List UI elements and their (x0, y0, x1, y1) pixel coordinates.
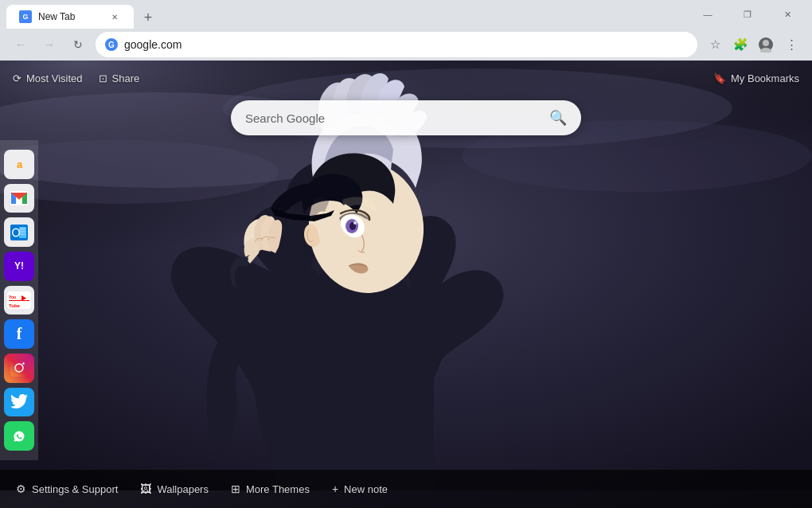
tab-strip: G New Tab ✕ + (6, 0, 689, 29)
extensions-button[interactable]: 🧩 (729, 33, 751, 56)
tab-close-button[interactable]: ✕ (108, 10, 121, 23)
more-options-button[interactable]: ⋮ (780, 33, 802, 56)
shortcuts-sidebar: a (0, 140, 38, 460)
restore-button[interactable]: ❐ (729, 0, 766, 29)
youtube-icon: You Tube (7, 291, 31, 309)
search-bar[interactable]: Search Google 🔍 (231, 100, 581, 135)
search-container: Search Google 🔍 (231, 100, 581, 135)
my-bookmarks-button[interactable]: 🔖 My Bookmarks (713, 72, 799, 84)
shortcut-instagram[interactable] (4, 354, 34, 383)
instagram-icon (10, 359, 28, 377)
new-tab-button[interactable]: + (137, 6, 159, 29)
svg-point-32 (22, 363, 24, 365)
twitter-icon (10, 394, 28, 410)
minimize-button[interactable]: — (689, 0, 726, 29)
window-controls: — ❐ ✕ (689, 0, 806, 29)
profile-icon (758, 37, 774, 53)
share-button[interactable]: ⊡ Share (99, 72, 140, 84)
newtab-topbar: ⟳ Most Visited ⊡ Share 🔖 My Bookmarks (0, 61, 812, 96)
svg-rect-22 (20, 233, 25, 235)
history-icon: ⟳ (13, 72, 21, 84)
active-tab[interactable]: G New Tab ✕ (6, 5, 134, 29)
address-bar[interactable]: G google.com (96, 32, 697, 57)
shortcut-yahoo[interactable]: Y! (4, 252, 34, 281)
shortcut-twitter[interactable] (4, 388, 34, 417)
back-button[interactable]: ← (10, 33, 32, 56)
bookmark-star-button[interactable]: ☆ (704, 33, 726, 56)
svg-rect-27 (9, 300, 29, 301)
svg-rect-21 (20, 231, 25, 233)
tab-favicon: G (19, 10, 32, 23)
svg-rect-20 (20, 228, 25, 230)
topbar-right: 🔖 My Bookmarks (713, 72, 799, 84)
share-icon: ⊡ (99, 72, 107, 84)
svg-text:Tube: Tube (9, 303, 21, 308)
svg-point-24 (14, 229, 19, 236)
svg-text:You: You (9, 295, 16, 299)
shortcut-outlook[interactable] (4, 217, 34, 247)
browser-toolbar: ← → ↻ G google.com ☆ 🧩 ⋮ (0, 29, 812, 61)
title-bar: G New Tab ✕ + — ❐ ✕ (0, 0, 812, 29)
bookmark-icon: 🔖 (713, 72, 726, 84)
chrome-window: G New Tab ✕ + — ❐ ✕ ← → ↻ G google.com ☆… (0, 0, 812, 508)
wallpapers-button[interactable]: 🖼 Wallpapers (140, 483, 209, 495)
newtab-content: ⟳ Most Visited ⊡ Share 🔖 My Bookmarks Se… (0, 61, 812, 508)
close-button[interactable]: ✕ (769, 0, 806, 29)
shortcut-gmail[interactable] (4, 184, 34, 213)
forward-button[interactable]: → (38, 33, 61, 56)
gmail-icon (10, 191, 28, 205)
shortcut-whatsapp[interactable] (4, 421, 34, 451)
shortcut-facebook[interactable]: f (4, 319, 34, 349)
topbar-left: ⟳ Most Visited ⊡ Share (13, 72, 139, 84)
settings-icon: ⚙ (16, 483, 26, 495)
note-icon: + (332, 483, 338, 495)
newtab-bottombar: ⚙ Settings & Support 🖼 Wallpapers ⊞ More… (0, 470, 812, 508)
shortcut-amazon[interactable]: a (4, 150, 34, 179)
profile-button[interactable] (755, 33, 777, 56)
site-icon: G (105, 38, 118, 51)
themes-icon: ⊞ (231, 483, 240, 495)
outlook-icon (10, 225, 28, 240)
tab-title: New Tab (38, 11, 102, 22)
address-text: google.com (124, 38, 688, 51)
more-themes-button[interactable]: ⊞ More Themes (231, 483, 310, 495)
search-icon[interactable]: 🔍 (549, 109, 567, 127)
svg-point-1 (763, 40, 769, 46)
settings-support-button[interactable]: ⚙ Settings & Support (16, 483, 118, 495)
toolbar-icons: ☆ 🧩 ⋮ (704, 33, 802, 56)
search-placeholder: Search Google (245, 111, 541, 125)
refresh-button[interactable]: ↻ (67, 33, 89, 56)
svg-rect-30 (10, 359, 28, 377)
new-note-button[interactable]: + New note (332, 483, 388, 495)
whatsapp-icon (10, 428, 28, 445)
wallpapers-icon: 🖼 (140, 483, 151, 495)
shortcut-youtube[interactable]: You Tube (4, 286, 34, 315)
svg-point-13 (353, 221, 357, 225)
most-visited-button[interactable]: ⟳ Most Visited (13, 72, 83, 84)
